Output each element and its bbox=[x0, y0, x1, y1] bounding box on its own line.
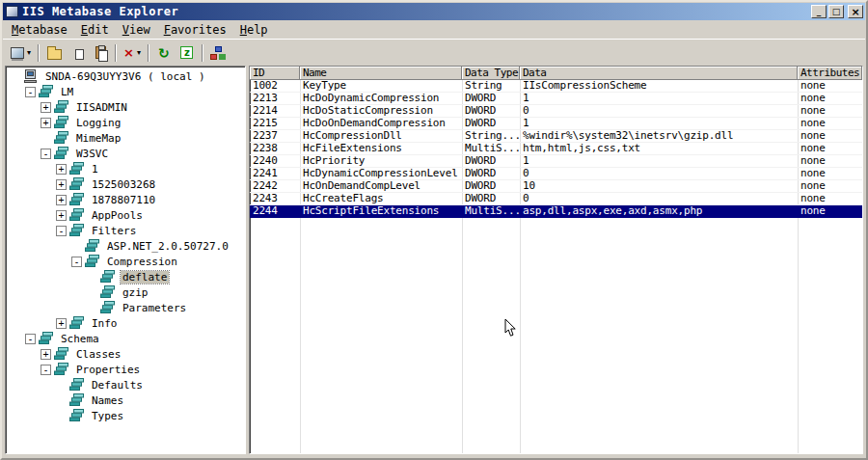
expand-plus-icon[interactable]: + bbox=[56, 210, 67, 221]
expand-plus-icon[interactable]: + bbox=[56, 195, 67, 205]
tree-item-label: deflate bbox=[121, 271, 169, 284]
copy-button[interactable] bbox=[66, 42, 89, 64]
tree-item-label: MimeMap bbox=[74, 132, 122, 145]
expand-plus-icon[interactable]: + bbox=[56, 318, 67, 329]
tree-item-1525003268[interactable]: +1525003268 bbox=[6, 176, 245, 192]
table-row-2215[interactable]: 2215HcDoOnDemandCompressionDWORD1none bbox=[250, 118, 862, 130]
dropdown-arrow-icon: ▾ bbox=[137, 48, 141, 57]
toolbar-separator bbox=[202, 44, 203, 62]
tree-item-label: Types bbox=[90, 410, 125, 422]
sort-button[interactable]: z bbox=[176, 42, 199, 64]
tree-item-snda-69q3uyy3v6-local[interactable]: SNDA-69Q3UYY3V6 ( local ) bbox=[6, 68, 245, 84]
tree-item-1[interactable]: +1 bbox=[6, 161, 245, 176]
title-bar[interactable]: IIS Metabase Explorer _ □ × bbox=[3, 3, 865, 20]
refresh-button[interactable]: ↻ bbox=[152, 42, 176, 64]
minimize-button[interactable]: _ bbox=[811, 5, 827, 18]
collapse-minus-icon[interactable]: - bbox=[25, 87, 36, 97]
metabase-key-icon bbox=[54, 347, 70, 361]
tree-item-logging[interactable]: +Logging bbox=[6, 115, 245, 130]
tree-item-defaults[interactable]: Defaults bbox=[6, 377, 245, 392]
table-row-2241[interactable]: 2241HcDynamicCompressionLevelDWORD0none bbox=[250, 168, 862, 180]
collapse-minus-icon[interactable]: - bbox=[41, 149, 51, 159]
tree-item-deflate[interactable]: deflate bbox=[6, 269, 245, 284]
collapse-minus-icon[interactable]: - bbox=[41, 365, 51, 375]
table-row-2238[interactable]: 2238HcFileExtensionsMultiS...htm,html,js… bbox=[250, 143, 862, 155]
tree-item-compression[interactable]: -Compression bbox=[6, 254, 245, 269]
maximize-button[interactable]: □ bbox=[828, 5, 844, 18]
column-header-id[interactable]: ID bbox=[250, 67, 300, 80]
tree-item-label: Compression bbox=[105, 256, 179, 268]
tree-item-gzip[interactable]: gzip bbox=[6, 284, 245, 300]
cell-name: HcCreateFlags bbox=[300, 193, 462, 204]
menu-item-view[interactable]: View bbox=[116, 21, 157, 39]
menu-item-edit[interactable]: Edit bbox=[74, 21, 116, 39]
menu-item-metabase[interactable]: Metabase bbox=[5, 21, 74, 39]
tree-item-mimemap[interactable]: MimeMap bbox=[6, 130, 245, 146]
table-row-2243[interactable]: 2243HcCreateFlagsDWORD0none bbox=[250, 193, 862, 205]
network-button[interactable] bbox=[206, 42, 230, 64]
column-header-attributes[interactable]: Attributes bbox=[798, 67, 862, 80]
cell-id: 2238 bbox=[250, 143, 300, 154]
tree-pane[interactable]: SNDA-69Q3UYY3V6 ( local )-LM+IISADMIN+Lo… bbox=[5, 66, 246, 454]
table-row-2237[interactable]: 2237HcCompressionDllString...%windir%\sy… bbox=[250, 130, 862, 143]
expand-plus-icon[interactable]: + bbox=[41, 349, 51, 360]
window-controls: _ □ × bbox=[811, 5, 863, 18]
list-body[interactable]: 1002KeyTypeStringIIsCompressionSchemenon… bbox=[250, 80, 862, 453]
table-row-2244[interactable]: 2244HcScriptFileExtensionsMultiS...asp,d… bbox=[250, 205, 862, 218]
tree-item-label: Info bbox=[90, 317, 120, 330]
tree-item-lm[interactable]: -LM bbox=[6, 84, 245, 99]
expand-plus-icon[interactable]: + bbox=[41, 118, 51, 128]
cell-data-type: DWORD bbox=[462, 155, 520, 167]
list-pane[interactable]: ID Name Data Type Data Attributes 1002Ke… bbox=[249, 66, 863, 454]
cell-data-type: DWORD bbox=[462, 93, 520, 104]
tree-item-apppools[interactable]: +AppPools bbox=[6, 207, 245, 223]
tree-item-iisadmin[interactable]: +IISADMIN bbox=[6, 99, 245, 115]
table-row-1002[interactable]: 1002KeyTypeStringIIsCompressionSchemenon… bbox=[250, 80, 862, 93]
network-icon bbox=[210, 46, 225, 59]
tree-item-classes[interactable]: +Classes bbox=[6, 346, 245, 362]
menu-item-favorites[interactable]: Favorites bbox=[157, 21, 233, 39]
expand-plus-icon[interactable]: + bbox=[56, 179, 67, 190]
table-row-2242[interactable]: 2242HcOnDemandCompLevelDWORD10none bbox=[250, 180, 862, 193]
tree-item-asp-net-2-0-50727-0[interactable]: ASP.NET_2.0.50727.0 bbox=[6, 238, 245, 254]
cell-id: 2213 bbox=[250, 93, 300, 104]
tree-item-schema[interactable]: -Schema bbox=[6, 331, 245, 346]
cell-attributes: none bbox=[798, 143, 828, 154]
tree-item-filters[interactable]: -Filters bbox=[6, 223, 245, 238]
tree-item-w3svc[interactable]: -W3SVC bbox=[6, 146, 245, 161]
table-row-2213[interactable]: 2213HcDoDynamicCompressionDWORD1none bbox=[250, 93, 862, 105]
collapse-minus-icon[interactable]: - bbox=[71, 257, 82, 267]
tree-item-label: SNDA-69Q3UYY3V6 ( local ) bbox=[43, 70, 207, 83]
column-header-data[interactable]: Data bbox=[520, 67, 798, 80]
tree-item-info[interactable]: +Info bbox=[6, 315, 245, 331]
column-header-data-type[interactable]: Data Type bbox=[462, 67, 520, 80]
column-header-name[interactable]: Name bbox=[300, 67, 462, 80]
connect-server-button[interactable]: ▾ bbox=[7, 42, 35, 64]
expand-plus-icon[interactable]: + bbox=[56, 164, 67, 175]
tree-item-names[interactable]: Names bbox=[6, 392, 245, 408]
menu-item-help[interactable]: Help bbox=[233, 21, 275, 39]
paste-button[interactable] bbox=[89, 42, 112, 64]
cell-attributes: none bbox=[798, 205, 828, 217]
tree-item-parameters[interactable]: Parameters bbox=[6, 300, 245, 315]
app-window: IIS Metabase Explorer _ □ × MetabaseEdit… bbox=[0, 0, 868, 460]
metabase-key-icon bbox=[69, 393, 86, 407]
metabase-key-icon bbox=[100, 285, 117, 299]
cell-id: 2244 bbox=[250, 205, 300, 217]
open-key-button[interactable] bbox=[42, 42, 66, 64]
close-button[interactable]: × bbox=[848, 5, 863, 18]
delete-button[interactable]: ×▾ bbox=[120, 42, 145, 64]
expand-plus-icon[interactable]: + bbox=[41, 102, 51, 113]
tree-item-types[interactable]: Types bbox=[6, 408, 245, 423]
cell-name: HcScriptFileExtensions bbox=[300, 205, 462, 217]
cell-data: 0 bbox=[520, 168, 798, 179]
cell-data-type: DWORD bbox=[462, 118, 520, 129]
cell-data: IIsCompressionScheme bbox=[520, 80, 798, 92]
cell-id: 2242 bbox=[250, 180, 300, 192]
collapse-minus-icon[interactable]: - bbox=[25, 334, 36, 344]
tree-item-1878807110[interactable]: +1878807110 bbox=[6, 192, 245, 207]
collapse-minus-icon[interactable]: - bbox=[56, 226, 67, 236]
table-row-2240[interactable]: 2240HcPriorityDWORD1none bbox=[250, 155, 862, 168]
table-row-2214[interactable]: 2214HcDoStaticCompressionDWORD0none bbox=[250, 105, 862, 118]
tree-item-properties[interactable]: -Properties bbox=[6, 362, 245, 377]
